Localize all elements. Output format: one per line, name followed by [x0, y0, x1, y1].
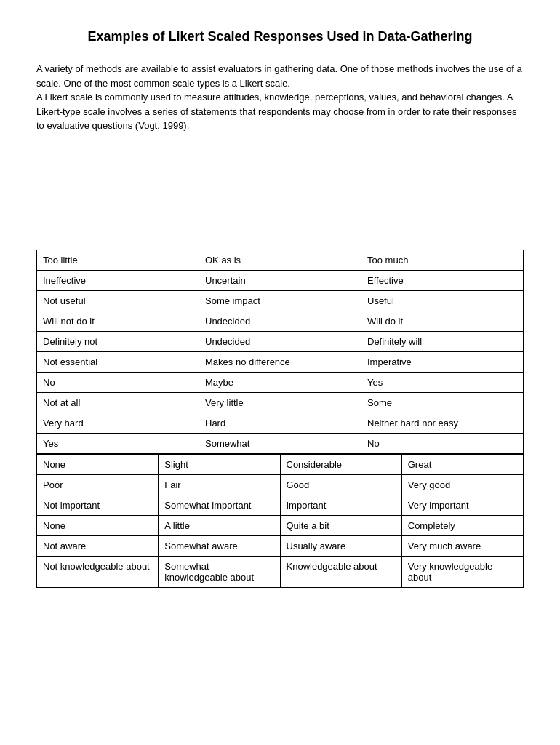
table-cell: Imperative [361, 351, 524, 372]
intro-text: A variety of methods are available to as… [36, 62, 524, 133]
table-cell: None [37, 515, 159, 535]
table-cell: Very knowledgeable about [401, 556, 523, 587]
table-cell: Too much [361, 250, 524, 270]
table-cell: Considerable [280, 454, 401, 474]
table-cell: Not at all [37, 392, 199, 413]
table-cell: Neither hard nor easy [361, 413, 524, 433]
table-cell: Ineffective [37, 270, 199, 290]
table-cell: Definitely not [37, 331, 199, 351]
table-cell: Not useful [37, 290, 199, 311]
table-cell: Uncertain [199, 270, 361, 290]
table-cell: Somewhat [199, 433, 361, 453]
table-cell: Knowledgeable about [280, 556, 401, 587]
table-cell: Not important [37, 495, 159, 515]
table-cell: Fair [159, 474, 280, 495]
table-cell: Not aware [37, 535, 159, 556]
table-cell: Some [361, 392, 524, 413]
table-cell: Usually aware [280, 535, 401, 556]
table-cell: Not knowledgeable about [37, 556, 159, 587]
table-cell: Very good [401, 474, 523, 495]
table-cell: Will not do it [37, 311, 199, 331]
table-cell: Definitely will [361, 331, 524, 351]
table-cell: Not essential [37, 351, 199, 372]
table-cell: Yes [361, 372, 524, 392]
table-cell: Poor [37, 474, 159, 495]
table-cell: Makes no difference [199, 351, 361, 372]
table-cell: Undecided [199, 331, 361, 351]
table-cell: Great [401, 454, 523, 474]
table-cell: Quite a bit [280, 515, 401, 535]
table-cell: Good [280, 474, 401, 495]
table-cell: Very hard [37, 413, 199, 433]
page-title: Examples of Likert Scaled Responses Used… [36, 29, 524, 44]
table-cell: Undecided [199, 311, 361, 331]
table-cell: Very little [199, 392, 361, 413]
table-cell: Will do it [361, 311, 524, 331]
table-cell: None [37, 454, 159, 474]
likert-table-4col: NoneSlightConsiderableGreatPoorFairGoodV… [36, 454, 524, 588]
table-cell: Very important [401, 495, 523, 515]
table-cell: Somewhat aware [159, 535, 280, 556]
table-cell: No [361, 433, 524, 453]
table-cell: Yes [37, 433, 199, 453]
table-cell: A little [159, 515, 280, 535]
table-cell: OK as is [199, 250, 361, 270]
table-cell: Hard [199, 413, 361, 433]
table-cell: Very much aware [401, 535, 523, 556]
table-cell: Completely [401, 515, 523, 535]
table-cell: Somewhat knowledgeable about [159, 556, 280, 587]
table-cell: Too little [37, 250, 199, 270]
table-cell: No [37, 372, 199, 392]
table-cell: Important [280, 495, 401, 515]
table-cell: Effective [361, 270, 524, 290]
likert-table-3col: Too littleOK as isToo muchIneffectiveUnc… [36, 250, 524, 454]
table-cell: Useful [361, 290, 524, 311]
table-cell: Maybe [199, 372, 361, 392]
table-cell: Some impact [199, 290, 361, 311]
table-cell: Slight [159, 454, 280, 474]
table-cell: Somewhat important [159, 495, 280, 515]
